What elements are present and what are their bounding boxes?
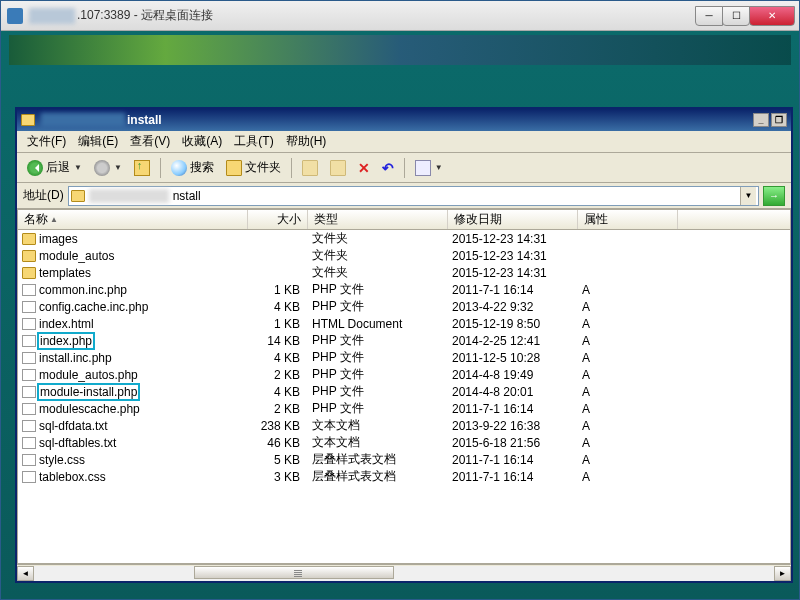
file-listview: 名称▲ 大小 类型 修改日期 属性 images文件夹2015-12-23 14… — [17, 209, 791, 564]
views-icon — [415, 160, 431, 176]
file-row[interactable]: index.html1 KBHTML Document2015-12-19 8:… — [18, 315, 790, 332]
file-date: 2015-12-19 8:50 — [448, 317, 578, 331]
php-icon — [22, 386, 36, 398]
explorer-title: install — [127, 113, 162, 127]
menu-help[interactable]: 帮助(H) — [280, 131, 333, 152]
folder-icon — [22, 250, 36, 262]
file-type: PHP 文件 — [308, 400, 448, 417]
file-type: 文件夹 — [308, 264, 448, 281]
file-name: tablebox.css — [39, 470, 106, 484]
txt-icon — [22, 437, 36, 449]
address-bar: 地址(D) nstall ▼ → 转 — [17, 183, 791, 209]
php-icon — [22, 284, 36, 296]
scroll-left-button[interactable]: ◄ — [17, 566, 34, 581]
file-row[interactable]: images文件夹2015-12-23 14:31 — [18, 230, 790, 247]
menu-file[interactable]: 文件(F) — [21, 131, 72, 152]
scroll-track[interactable] — [34, 566, 774, 581]
column-modified[interactable]: 修改日期 — [448, 210, 578, 229]
file-list-body[interactable]: images文件夹2015-12-23 14:31module_autos文件夹… — [18, 230, 790, 563]
file-type: PHP 文件 — [308, 349, 448, 366]
php-icon — [22, 352, 36, 364]
copy-to-button[interactable] — [326, 158, 350, 178]
separator — [404, 158, 405, 178]
search-button[interactable]: 搜索 — [167, 157, 218, 178]
scroll-right-button[interactable]: ► — [774, 566, 791, 581]
up-button[interactable] — [130, 158, 154, 178]
column-size[interactable]: 大小 — [248, 210, 308, 229]
file-row[interactable]: common.inc.php1 KBPHP 文件2011-7-1 16:14A — [18, 281, 790, 298]
menu-view[interactable]: 查看(V) — [124, 131, 176, 152]
file-row[interactable]: config.cache.inc.php4 KBPHP 文件2013-4-22 … — [18, 298, 790, 315]
menu-edit[interactable]: 编辑(E) — [72, 131, 124, 152]
go-button[interactable]: → — [763, 186, 785, 206]
file-row[interactable]: templates文件夹2015-12-23 14:31 — [18, 264, 790, 281]
file-date: 2015-12-23 14:31 — [448, 266, 578, 280]
undo-icon: ↶ — [382, 160, 394, 176]
file-row[interactable]: index.php14 KBPHP 文件2014-2-25 12:41A — [18, 332, 790, 349]
file-attr: A — [578, 351, 678, 365]
scroll-thumb[interactable] — [194, 566, 394, 579]
css-icon — [22, 454, 36, 466]
file-type: PHP 文件 — [308, 298, 448, 315]
css-icon — [22, 471, 36, 483]
address-input[interactable]: nstall ▼ — [68, 186, 759, 206]
file-row[interactable]: install.inc.php4 KBPHP 文件2011-12-5 10:28… — [18, 349, 790, 366]
column-headers: 名称▲ 大小 类型 修改日期 属性 — [18, 210, 790, 230]
file-row[interactable]: module-install.php4 KBPHP 文件2014-4-8 20:… — [18, 383, 790, 400]
file-attr: A — [578, 300, 678, 314]
address-dropdown[interactable]: ▼ — [740, 187, 756, 205]
file-size: 14 KB — [248, 334, 308, 348]
minimize-button[interactable]: ─ — [695, 6, 723, 26]
delete-button[interactable]: ✕ — [354, 158, 374, 178]
file-type: PHP 文件 — [308, 281, 448, 298]
move-to-button[interactable] — [298, 158, 322, 178]
undo-button[interactable]: ↶ — [378, 158, 398, 178]
file-attr: A — [578, 368, 678, 382]
explorer-titlebar[interactable]: install _ ❐ — [17, 109, 791, 131]
menu-favorites[interactable]: 收藏(A) — [176, 131, 228, 152]
separator — [291, 158, 292, 178]
file-size: 5 KB — [248, 453, 308, 467]
file-size: 3 KB — [248, 470, 308, 484]
explorer-restore-button[interactable]: ❐ — [771, 113, 787, 127]
column-type[interactable]: 类型 — [308, 210, 448, 229]
column-name[interactable]: 名称▲ — [18, 210, 248, 229]
file-attr: A — [578, 419, 678, 433]
folder-icon — [226, 160, 242, 176]
file-attr: A — [578, 436, 678, 450]
file-row[interactable]: tablebox.css3 KB层叠样式表文档2011-7-1 16:14A — [18, 468, 790, 485]
file-date: 2011-7-1 16:14 — [448, 402, 578, 416]
explorer-minimize-button[interactable]: _ — [753, 113, 769, 127]
file-name: sql-dftables.txt — [39, 436, 116, 450]
menu-tools[interactable]: 工具(T) — [228, 131, 279, 152]
file-size: 46 KB — [248, 436, 308, 450]
sort-indicator-icon: ▲ — [50, 215, 58, 224]
php-icon — [22, 335, 36, 347]
file-name: sql-dfdata.txt — [39, 419, 108, 433]
views-button[interactable]: ▼ — [411, 158, 447, 178]
file-row[interactable]: sql-dftables.txt46 KB文本文档2015-6-18 21:56… — [18, 434, 790, 451]
file-row[interactable]: style.css5 KB层叠样式表文档2011-7-1 16:14A — [18, 451, 790, 468]
chevron-down-icon: ▼ — [74, 163, 82, 172]
file-name: install.inc.php — [39, 351, 112, 365]
file-row[interactable]: module_autos.php2 KBPHP 文件2014-4-8 19:49… — [18, 366, 790, 383]
file-size: 1 KB — [248, 283, 308, 297]
forward-button[interactable]: ▼ — [90, 158, 126, 178]
rdp-titlebar[interactable]: .107:3389 - 远程桌面连接 ─ ☐ ✕ — [1, 1, 799, 31]
txt-icon — [22, 420, 36, 432]
folders-button[interactable]: 文件夹 — [222, 157, 285, 178]
back-button[interactable]: 后退▼ — [23, 157, 86, 178]
file-row[interactable]: sql-dfdata.txt238 KB文本文档2013-9-22 16:38A — [18, 417, 790, 434]
file-attr: A — [578, 283, 678, 297]
file-row[interactable]: modulescache.php2 KBPHP 文件2011-7-1 16:14… — [18, 400, 790, 417]
file-type: 层叠样式表文档 — [308, 451, 448, 468]
file-row[interactable]: module_autos文件夹2015-12-23 14:31 — [18, 247, 790, 264]
php-icon — [22, 369, 36, 381]
column-attributes[interactable]: 属性 — [578, 210, 678, 229]
maximize-button[interactable]: ☐ — [722, 6, 750, 26]
file-attr: A — [578, 402, 678, 416]
folder-icon — [21, 114, 35, 126]
file-name: templates — [39, 266, 91, 280]
file-size: 4 KB — [248, 385, 308, 399]
close-button[interactable]: ✕ — [749, 6, 795, 26]
